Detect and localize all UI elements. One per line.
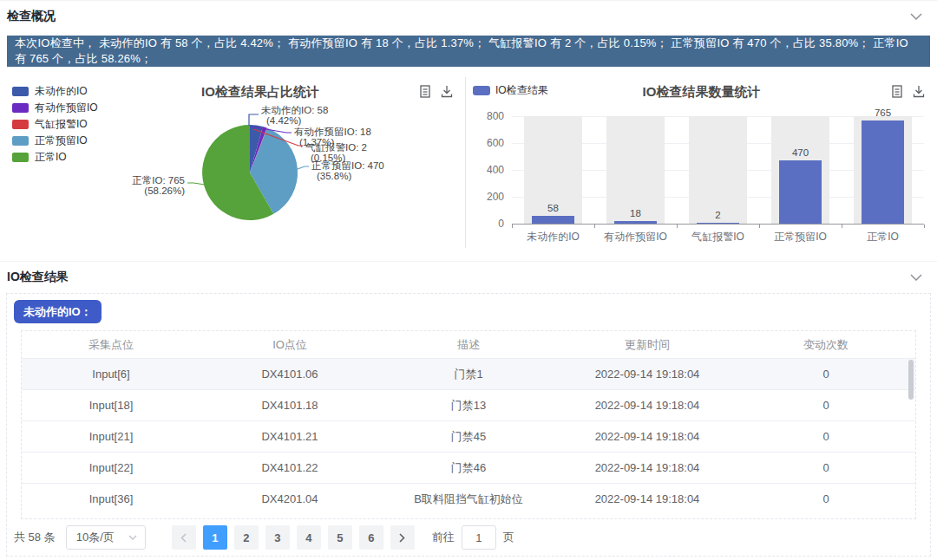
x-axis-tick-label: 正常IO [842, 230, 924, 244]
table-body: Input[6]DX4101.06门禁12022-09-14 19:18:040… [22, 358, 915, 514]
summary-banner: 本次IO检查中， 未动作的IO 有 58 个，占比 4.42%； 有动作预留IO… [7, 36, 930, 67]
table-cell: 门禁1 [379, 359, 558, 389]
page-number-button[interactable]: 4 [297, 525, 321, 550]
overview-header: 检查概况 [0, 1, 937, 32]
bar[interactable] [862, 120, 904, 224]
table-header-cell: 描述 [379, 331, 558, 358]
bar-legend[interactable]: IO检查结果 [473, 83, 548, 98]
x-axis-tick-label: 正常预留IO [759, 230, 842, 244]
table-cell: 门禁13 [379, 390, 558, 420]
results-table: 采集点位IO点位描述更新时间变动次数 Input[6]DX4101.06门禁12… [21, 330, 916, 519]
table-cell: 2022-09-14 19:18:04 [558, 453, 737, 483]
page-number-button[interactable]: 2 [234, 525, 259, 550]
bar-value-label: 470 [759, 147, 842, 158]
legend-swatch [12, 136, 29, 146]
table-header-cell: 更新时间 [558, 331, 737, 358]
data-view-icon[interactable] [419, 85, 431, 98]
next-page-button[interactable] [390, 525, 415, 550]
results-section: IO检查结果 未动作的IO： 采集点位IO点位描述更新时间变动次数 Input[… [0, 261, 937, 557]
summary-text: 本次IO检查中， 未动作的IO 有 58 个，占比 4.42%； 有动作预留IO… [15, 36, 922, 67]
table-header-row: 采集点位IO点位描述更新时间变动次数 [22, 331, 915, 358]
bar-value-label: 765 [842, 107, 924, 118]
legend-item[interactable]: 有动作预留IO [12, 100, 98, 116]
x-axis-tick [759, 225, 760, 228]
x-axis-tick-label: 气缸报警IO [677, 230, 759, 244]
chevron-right-icon [399, 533, 405, 543]
table-row: Input[6]DX4101.06门禁12022-09-14 19:18:040 [22, 358, 915, 389]
table-header-cell: IO点位 [200, 331, 379, 358]
pie-data-label: 未动作的IO: 58(4.42%) [261, 105, 328, 126]
bar-value-label: 58 [512, 203, 594, 213]
io-inspection-page: 检查概况 本次IO检查中， 未动作的IO 有 58 个，占比 4.42%； 有动… [0, 0, 937, 557]
chevron-down-icon[interactable] [910, 274, 922, 281]
pie-data-label: 正常IO: 765(58.26%) [132, 175, 185, 196]
table-cell: DX4201.04 [200, 484, 379, 514]
table-cell: DX4101.22 [200, 453, 379, 483]
table-cell: Input[22] [22, 453, 200, 483]
bar-background-shadow [689, 116, 747, 224]
page-size-select[interactable]: 10条/页 [66, 525, 146, 550]
table-scrollbar[interactable] [908, 360, 914, 400]
pie-chart-card: IO检查结果占比统计 未动作的IO有动作预留IO气缸报警IO正常预留IO正常IO… [0, 77, 466, 248]
table-cell: 门禁46 [379, 453, 558, 483]
table-cell: 2022-09-14 19:18:04 [558, 484, 737, 514]
table-cell: DX4101.18 [200, 390, 379, 420]
table-cell: 0 [737, 390, 915, 420]
overview-section: 检查概况 本次IO检查中， 未动作的IO 有 58 个，占比 4.42%； 有动… [0, 0, 937, 248]
table-row: Input[21]DX4101.21门禁452022-09-14 19:18:0… [22, 420, 915, 452]
table-cell: DX4101.06 [200, 359, 379, 389]
table-row: Input[18]DX4101.18门禁132022-09-14 19:18:0… [22, 389, 915, 420]
legend-item[interactable]: 正常预留IO [12, 133, 98, 149]
legend-label: 正常预留IO [35, 133, 88, 148]
legend-item[interactable]: 正常IO [12, 149, 98, 166]
pie-toolbox [419, 85, 453, 98]
y-axis-tick-label: 0 [466, 218, 504, 230]
page-number-button[interactable]: 6 [359, 525, 383, 550]
prev-page-button[interactable] [172, 525, 196, 550]
legend-swatch [12, 153, 29, 162]
page-number-button[interactable]: 5 [328, 525, 352, 550]
overview-title: 检查概况 [7, 9, 56, 24]
pie-label-leader [249, 114, 259, 126]
page-number-button[interactable]: 1 [203, 525, 227, 550]
pagination: 共 58 条 10条/页 123456 前往 页 [14, 519, 923, 556]
results-title: IO检查结果 [7, 270, 69, 285]
bar-value-label: 2 [677, 210, 759, 220]
legend-label: 未动作的IO [35, 84, 88, 99]
page-number-button[interactable]: 3 [265, 525, 290, 550]
table-cell: Input[18] [22, 390, 200, 420]
table-header-cell: 采集点位 [22, 331, 200, 358]
table-header-cell: 变动次数 [737, 331, 915, 358]
x-axis-tick [842, 225, 842, 228]
table-cell: 2022-09-14 19:18:04 [558, 390, 737, 420]
goto-page-input[interactable] [462, 525, 496, 550]
y-axis-tick-label: 200 [466, 191, 504, 203]
bar-chart-card: IO检查结果 IO检查结果数量统计 020040060080058未动作的IO1… [466, 77, 937, 248]
bar[interactable] [779, 160, 822, 224]
legend-label: 气缸报警IO [35, 117, 88, 132]
charts-row: IO检查结果占比统计 未动作的IO有动作预留IO气缸报警IO正常预留IO正常IO… [0, 77, 937, 248]
chevron-down-icon[interactable] [910, 13, 922, 20]
download-icon[interactable] [913, 85, 925, 98]
y-axis-tick-label: 400 [466, 164, 504, 176]
legend-item[interactable]: 未动作的IO [12, 83, 98, 100]
chevron-down-icon [128, 535, 137, 540]
bar-chart[interactable]: 020040060080058未动作的IO18有动作预留IO2气缸报警IO470… [466, 77, 937, 248]
y-axis-tick-label: 800 [466, 110, 504, 122]
results-body: 未动作的IO： 采集点位IO点位描述更新时间变动次数 Input[6]DX410… [6, 293, 931, 557]
results-header: IO检查结果 [0, 262, 937, 293]
download-icon[interactable] [441, 85, 453, 98]
x-axis-tick [924, 225, 925, 228]
page-size-value: 10条/页 [76, 530, 115, 545]
bar-value-label: 18 [594, 208, 677, 218]
pie-legend: 未动作的IO有动作预留IO气缸报警IO正常预留IO正常IO [12, 83, 98, 166]
bar[interactable] [532, 216, 574, 224]
category-badge[interactable]: 未动作的IO： [14, 300, 102, 323]
x-axis-tick [512, 225, 513, 228]
table-cell: 0 [737, 453, 915, 483]
bar-toolbox [891, 85, 925, 98]
table-row: Input[36]DX4201.04B取料阻挡气缸初始位2022-09-14 1… [22, 483, 915, 514]
data-view-icon[interactable] [891, 85, 903, 98]
legend-swatch [12, 103, 29, 113]
legend-item[interactable]: 气缸报警IO [12, 116, 98, 133]
